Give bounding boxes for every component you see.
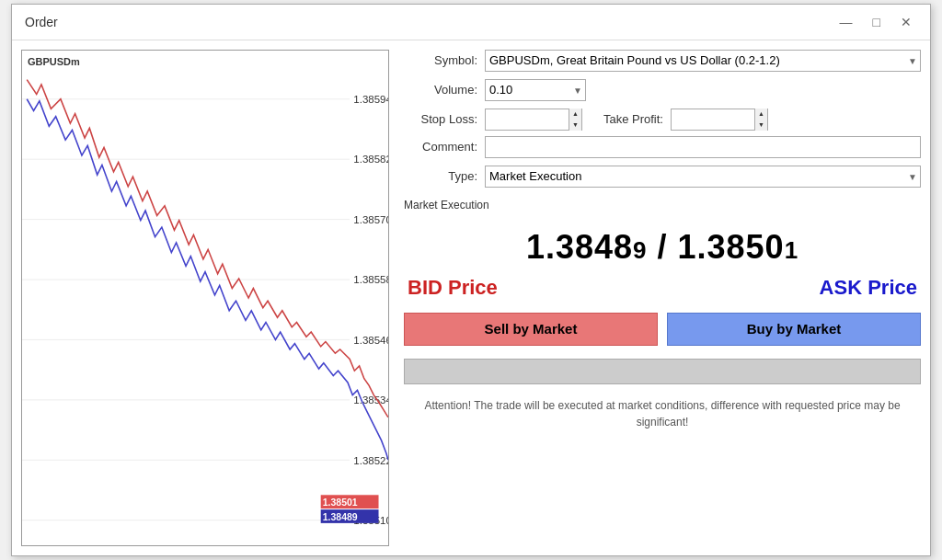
type-select[interactable]: Market Execution bbox=[485, 166, 921, 188]
price-main: 1.38489 / 1.38501 bbox=[526, 228, 798, 266]
svg-text:1.38534: 1.38534 bbox=[353, 394, 388, 406]
bid-price-big: 1.3848 bbox=[526, 228, 633, 266]
svg-text:1.38489: 1.38489 bbox=[323, 511, 358, 522]
stop-loss-spinner: 0.00000 ▲ ▼ bbox=[485, 109, 582, 131]
stop-loss-decrement[interactable]: ▼ bbox=[569, 120, 581, 131]
volume-label: Volume: bbox=[404, 83, 477, 97]
comment-label: Comment: bbox=[404, 140, 477, 154]
svg-text:1.38558: 1.38558 bbox=[353, 274, 388, 285]
stop-loss-increment[interactable]: ▲ bbox=[569, 109, 581, 120]
type-dropdown-wrap: Market Execution ▼ bbox=[485, 166, 921, 188]
title-bar: Order — □ ✕ bbox=[12, 5, 930, 40]
price-display: 1.38489 / 1.38501 bbox=[404, 228, 921, 267]
minimize-button[interactable]: — bbox=[834, 14, 858, 30]
take-profit-label: Take Profit: bbox=[590, 112, 663, 126]
svg-text:1.38594: 1.38594 bbox=[353, 94, 388, 105]
svg-text:1.38501: 1.38501 bbox=[323, 497, 358, 508]
stop-loss-label: Stop Loss: bbox=[404, 112, 477, 126]
svg-text:1.38546: 1.38546 bbox=[353, 335, 388, 346]
comment-input[interactable] bbox=[485, 136, 921, 158]
take-profit-spinner: 0.00000 ▲ ▼ bbox=[671, 109, 768, 131]
volume-select[interactable]: 0.10 bbox=[485, 79, 586, 101]
close-button[interactable]: ✕ bbox=[895, 14, 917, 30]
take-profit-input[interactable]: 0.00000 bbox=[672, 109, 754, 130]
window-title: Order bbox=[25, 15, 58, 29]
chart-symbol-label: GBPUSDm bbox=[28, 56, 80, 67]
right-panel: Symbol: GBPUSDm, Great Britain Pound vs … bbox=[404, 50, 921, 546]
gray-button[interactable] bbox=[404, 359, 921, 384]
type-row: Type: Market Execution ▼ bbox=[404, 166, 921, 188]
svg-text:1.38522: 1.38522 bbox=[353, 454, 388, 465]
svg-text:1.38570: 1.38570 bbox=[353, 214, 388, 225]
title-bar-controls: — □ ✕ bbox=[834, 14, 917, 30]
bid-ask-labels: BID Price ASK Price bbox=[408, 276, 917, 300]
buy-by-market-button[interactable]: Buy by Market bbox=[667, 313, 921, 346]
order-window: Order — □ ✕ GBPUSDm 1.38594 1.3 bbox=[11, 4, 931, 556]
trade-buttons: Sell by Market Buy by Market bbox=[404, 313, 921, 346]
price-separator: / bbox=[658, 228, 678, 266]
maximize-button[interactable]: □ bbox=[867, 14, 886, 30]
bid-label: BID Price bbox=[408, 276, 498, 300]
take-profit-increment[interactable]: ▲ bbox=[755, 109, 767, 120]
symbol-dropdown-wrap: GBPUSDm, Great Britain Pound vs US Dolla… bbox=[485, 50, 921, 72]
bid-price-small: 9 bbox=[633, 236, 647, 264]
comment-row: Comment: bbox=[404, 136, 921, 158]
symbol-label: Symbol: bbox=[404, 53, 477, 67]
ask-label: ASK Price bbox=[820, 276, 917, 300]
stop-loss-spinner-buttons: ▲ ▼ bbox=[569, 109, 581, 131]
type-label: Type: bbox=[404, 169, 477, 183]
main-content: GBPUSDm 1.38594 1.38582 1.38570 1.38558 … bbox=[12, 40, 930, 555]
symbol-row: Symbol: GBPUSDm, Great Britain Pound vs … bbox=[404, 50, 921, 72]
attention-text: Attention! The trade will be executed at… bbox=[404, 397, 921, 430]
take-profit-spinner-buttons: ▲ ▼ bbox=[754, 109, 767, 131]
symbol-select[interactable]: GBPUSDm, Great Britain Pound vs US Dolla… bbox=[485, 50, 921, 72]
stop-loss-input[interactable]: 0.00000 bbox=[486, 109, 569, 130]
sell-by-market-button[interactable]: Sell by Market bbox=[404, 313, 658, 346]
take-profit-decrement[interactable]: ▼ bbox=[755, 120, 767, 131]
volume-row: Volume: 0.10 ▼ bbox=[404, 79, 921, 101]
stop-loss-take-profit-row: Stop Loss: 0.00000 ▲ ▼ Take Profit: 0.00… bbox=[404, 109, 921, 131]
price-chart: 1.38594 1.38582 1.38570 1.38558 1.38546 … bbox=[22, 51, 388, 545]
svg-text:1.38582: 1.38582 bbox=[353, 154, 388, 165]
chart-area: GBPUSDm 1.38594 1.38582 1.38570 1.38558 … bbox=[21, 50, 389, 546]
market-execution-label: Market Execution bbox=[404, 199, 921, 211]
volume-dropdown-wrap: 0.10 ▼ bbox=[485, 79, 586, 101]
ask-price-small: 1 bbox=[785, 236, 798, 264]
ask-price-big: 1.3850 bbox=[678, 228, 785, 266]
